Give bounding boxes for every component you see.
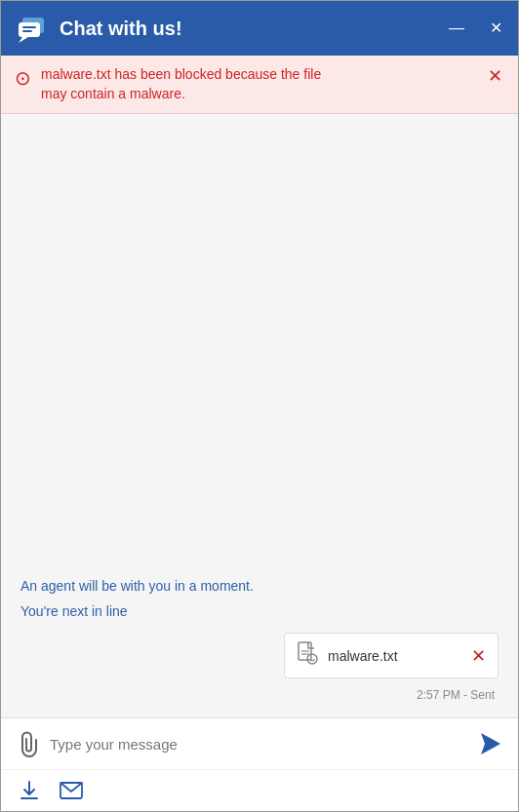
- svg-marker-4: [19, 37, 28, 43]
- bottom-toolbar: [1, 769, 518, 811]
- alert-message: malware.txt has been blocked because the…: [41, 65, 476, 103]
- svg-rect-3: [22, 30, 32, 32]
- file-attachment-wrapper: malware.txt ✕: [20, 633, 499, 678]
- alert-close-button[interactable]: ✕: [486, 65, 504, 87]
- file-name: malware.txt: [328, 648, 461, 664]
- message-timestamp: 2:57 PM - Sent: [20, 688, 499, 702]
- chat-messages: An agent will be with you in a moment. Y…: [20, 578, 499, 702]
- send-button[interactable]: [477, 731, 502, 756]
- attach-button[interactable]: [17, 730, 40, 757]
- chat-area: An agent will be with you in a moment. Y…: [1, 114, 518, 717]
- file-remove-button[interactable]: ✕: [471, 645, 486, 667]
- svg-rect-1: [19, 22, 40, 37]
- download-button[interactable]: [19, 780, 40, 801]
- warning-icon: ⊙: [15, 66, 31, 90]
- file-icon: [297, 641, 318, 670]
- chat-app-icon: [13, 10, 50, 47]
- message-input[interactable]: [50, 732, 467, 756]
- close-button[interactable]: ✕: [486, 17, 506, 40]
- titlebar-controls: — ✕: [445, 17, 506, 40]
- chat-window: Chat with us! — ✕ ⊙ malware.txt has been…: [0, 0, 519, 812]
- minimize-button[interactable]: —: [445, 17, 468, 40]
- svg-marker-9: [481, 733, 500, 754]
- svg-point-8: [307, 654, 317, 664]
- system-message-agent: An agent will be with you in a moment.: [20, 578, 499, 594]
- titlebar: Chat with us! — ✕: [1, 1, 518, 56]
- system-message-queue: You're next in line: [20, 603, 499, 619]
- svg-rect-2: [22, 26, 36, 28]
- input-area: [1, 717, 518, 769]
- email-button[interactable]: [60, 782, 83, 799]
- window-title: Chat with us!: [60, 18, 445, 40]
- alert-banner: ⊙ malware.txt has been blocked because t…: [1, 56, 518, 114]
- file-bubble: malware.txt ✕: [284, 633, 499, 678]
